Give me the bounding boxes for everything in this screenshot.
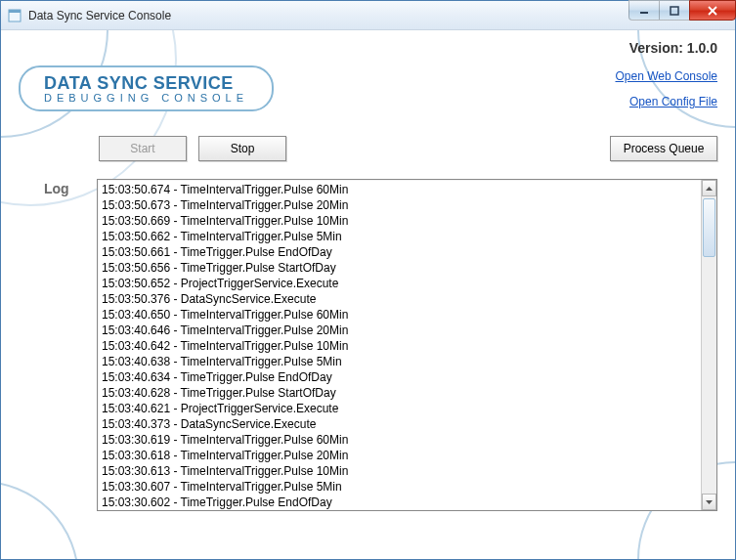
scroll-up-button[interactable] xyxy=(702,180,716,196)
logo-main-text: DATA SYNC SERVICE xyxy=(44,73,248,94)
header-row: DATA SYNC SERVICE DEBUGGING CONSOLE Vers… xyxy=(1,30,735,120)
log-line[interactable]: 15:03:40.638 - TimeIntervalTrigger.Pulse… xyxy=(102,354,697,369)
svg-rect-1 xyxy=(9,10,21,13)
log-area: Log 15:03:50.674 - TimeIntervalTrigger.P… xyxy=(1,171,735,511)
window-controls xyxy=(629,0,736,21)
log-line[interactable]: 15:03:40.373 - DataSyncService.Execute xyxy=(102,416,697,432)
log-line[interactable]: 15:03:40.621 - ProjectTriggerService.Exe… xyxy=(102,401,697,416)
close-button[interactable] xyxy=(689,0,736,21)
log-line[interactable]: 15:03:30.618 - TimeIntervalTrigger.Pulse… xyxy=(102,448,697,463)
logo-sub-text: DEBUGGING CONSOLE xyxy=(44,92,248,104)
svg-marker-7 xyxy=(706,500,713,504)
log-line[interactable]: 15:03:50.662 - TimeIntervalTrigger.Pulse… xyxy=(102,229,697,244)
process-queue-button[interactable]: Process Queue xyxy=(610,136,717,161)
log-line[interactable]: 15:03:40.650 - TimeIntervalTrigger.Pulse… xyxy=(102,307,697,323)
log-line[interactable]: 15:03:30.602 - TimeTrigger.Pulse EndOfDa… xyxy=(102,495,697,510)
log-line[interactable]: 15:03:50.656 - TimeTrigger.Pulse StartOf… xyxy=(102,260,697,276)
maximize-button[interactable] xyxy=(659,0,690,21)
log-line[interactable]: 15:03:30.613 - TimeIntervalTrigger.Pulse… xyxy=(102,463,697,479)
maximize-icon xyxy=(670,6,679,16)
log-line[interactable]: 15:03:50.661 - TimeTrigger.Pulse EndOfDa… xyxy=(102,244,697,260)
log-line[interactable]: 15:03:30.607 - TimeIntervalTrigger.Pulse… xyxy=(102,479,697,495)
window-title: Data Sync Service Console xyxy=(28,9,171,22)
log-line[interactable]: 15:03:50.673 - TimeIntervalTrigger.Pulse… xyxy=(102,197,697,213)
log-line[interactable]: 15:03:40.628 - TimeTrigger.Pulse StartOf… xyxy=(102,385,697,401)
log-line[interactable]: 15:03:30.619 - TimeIntervalTrigger.Pulse… xyxy=(102,432,697,448)
window-body: DATA SYNC SERVICE DEBUGGING CONSOLE Vers… xyxy=(1,30,735,559)
scrollbar-thumb[interactable] xyxy=(703,198,715,257)
close-icon xyxy=(707,5,718,17)
minimize-icon xyxy=(639,6,649,16)
scroll-down-button[interactable] xyxy=(702,494,716,510)
titlebar[interactable]: Data Sync Service Console xyxy=(1,1,735,30)
log-line[interactable]: 15:03:40.634 - TimeTrigger.Pulse EndOfDa… xyxy=(102,369,697,385)
log-line[interactable]: 15:03:40.642 - TimeIntervalTrigger.Pulse… xyxy=(102,338,697,354)
open-config-file-link[interactable]: Open Config File xyxy=(615,95,717,108)
log-content[interactable]: 15:03:50.674 - TimeIntervalTrigger.Pulse… xyxy=(98,180,701,510)
log-label: Log xyxy=(44,179,97,511)
minimize-button[interactable] xyxy=(628,0,660,21)
log-box: 15:03:50.674 - TimeIntervalTrigger.Pulse… xyxy=(97,179,717,511)
header-right: Version: 1.0.0 Open Web Console Open Con… xyxy=(615,40,717,120)
controls-row: Start Stop Process Queue xyxy=(1,120,735,171)
log-line[interactable]: 15:03:50.376 - DataSyncService.Execute xyxy=(102,291,697,307)
svg-rect-2 xyxy=(640,12,648,14)
app-icon xyxy=(7,8,22,23)
scrollbar[interactable] xyxy=(701,180,717,510)
chevron-up-icon xyxy=(706,187,713,191)
log-line[interactable]: 15:03:50.669 - TimeIntervalTrigger.Pulse… xyxy=(102,213,697,229)
logo: DATA SYNC SERVICE DEBUGGING CONSOLE xyxy=(19,65,274,111)
log-line[interactable]: 15:03:50.674 - TimeIntervalTrigger.Pulse… xyxy=(102,182,697,197)
stop-button[interactable]: Stop xyxy=(198,136,286,161)
version-label: Version: 1.0.0 xyxy=(615,40,717,56)
svg-marker-6 xyxy=(706,187,713,191)
chevron-down-icon xyxy=(706,500,713,504)
log-line[interactable]: 15:03:40.646 - TimeIntervalTrigger.Pulse… xyxy=(102,323,697,338)
svg-rect-3 xyxy=(671,7,678,15)
open-web-console-link[interactable]: Open Web Console xyxy=(615,69,717,83)
app-window: Data Sync Service Console DATA SYNC S xyxy=(0,0,736,560)
start-button[interactable]: Start xyxy=(99,136,187,161)
scrollbar-track[interactable] xyxy=(702,196,716,494)
log-line[interactable]: 15:03:50.652 - ProjectTriggerService.Exe… xyxy=(102,276,697,291)
